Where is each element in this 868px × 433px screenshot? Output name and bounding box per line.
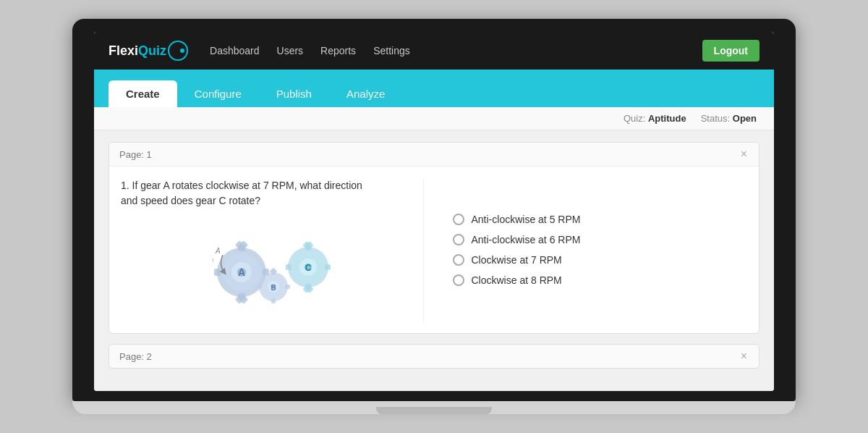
- question-area: 1. If gear A rotates clockwise at 7 RPM,…: [109, 167, 759, 333]
- tab-analyze[interactable]: Analyze: [329, 80, 402, 107]
- svg-rect-31: [286, 264, 292, 270]
- option-3-text: Clockwise at 7 RPM: [472, 254, 562, 266]
- navbar: FlexiQuiz Dashboard Users Reports Settin…: [94, 32, 774, 70]
- page-1-card: Page: 1 × 1. If gear A rotates clockwise…: [109, 142, 760, 334]
- option-4-radio[interactable]: [453, 274, 464, 286]
- option-2-radio[interactable]: [453, 234, 464, 245]
- svg-text:↑: ↑: [211, 257, 214, 264]
- status-bar: Quiz: Aptitude Status: Open: [94, 107, 774, 130]
- svg-text:A: A: [238, 266, 245, 278]
- page-2-close-button[interactable]: ×: [739, 350, 749, 362]
- laptop-screen: FlexiQuiz Dashboard Users Reports Settin…: [94, 32, 774, 391]
- laptop-bezel: FlexiQuiz Dashboard Users Reports Settin…: [72, 19, 796, 401]
- option-2[interactable]: Anti-clockwise at 6 RPM: [453, 234, 748, 245]
- option-4[interactable]: Clockwise at 8 RPM: [453, 274, 748, 286]
- tab-bar: Create Configure Publish Analyze: [94, 70, 774, 107]
- quiz-label-text: Quiz:: [624, 113, 645, 124]
- tab-create[interactable]: Create: [109, 80, 177, 107]
- logout-button[interactable]: Logout: [702, 40, 760, 62]
- svg-rect-18: [271, 298, 276, 303]
- logo-flexi: Flexi: [109, 43, 138, 59]
- question-image: A ↑: [121, 220, 416, 321]
- option-1-radio[interactable]: [453, 214, 464, 225]
- nav-dashboard[interactable]: Dashboard: [210, 45, 260, 56]
- page-2-card: Page: 2 ×: [109, 344, 760, 369]
- svg-text:B: B: [271, 284, 276, 292]
- page-1-header: Page: 1 ×: [109, 143, 759, 167]
- status-value: Open: [733, 113, 757, 124]
- svg-text:A: A: [215, 247, 221, 255]
- nav-reports[interactable]: Reports: [320, 45, 356, 56]
- nav-links: Dashboard Users Reports Settings: [210, 45, 702, 56]
- tab-configure[interactable]: Configure: [177, 80, 259, 107]
- option-3-radio[interactable]: [453, 254, 464, 266]
- nav-settings[interactable]: Settings: [373, 45, 410, 56]
- nav-users[interactable]: Users: [277, 45, 304, 56]
- svg-rect-7: [214, 269, 221, 276]
- logo-icon: [168, 41, 188, 61]
- logo-quiz: Quiz: [138, 43, 166, 59]
- question-text: 1. If gear A rotates clockwise at 7 RPM,…: [121, 178, 416, 209]
- page-2-label: Page: 2: [119, 351, 152, 362]
- page-1-label: Page: 1: [119, 149, 152, 160]
- svg-rect-19: [285, 285, 290, 289]
- svg-text:C: C: [305, 263, 311, 273]
- status-label-text: Status:: [701, 113, 730, 124]
- page-2-header: Page: 2 ×: [109, 345, 759, 368]
- gear-a: A: [214, 240, 269, 304]
- logo: FlexiQuiz: [109, 41, 188, 61]
- status-label-group: Status: Open: [701, 113, 757, 124]
- option-4-text: Clockwise at 8 RPM: [472, 274, 562, 286]
- answer-options: Anti-clockwise at 5 RPM Anti-clockwise a…: [438, 178, 748, 321]
- gears-svg: A ↑: [192, 227, 344, 314]
- option-2-text: Anti-clockwise at 6 RPM: [472, 234, 581, 245]
- page-1-close-button[interactable]: ×: [739, 148, 749, 160]
- quiz-label: Quiz: Aptitude: [624, 113, 686, 124]
- option-1[interactable]: Anti-clockwise at 5 RPM: [453, 214, 748, 225]
- question-left: 1. If gear A rotates clockwise at 7 RPM,…: [121, 178, 424, 321]
- main-content: Page: 1 × 1. If gear A rotates clockwise…: [94, 130, 774, 391]
- svg-rect-30: [325, 264, 331, 270]
- option-3[interactable]: Clockwise at 7 RPM: [453, 254, 748, 266]
- svg-rect-20: [257, 285, 262, 289]
- laptop-base: [72, 401, 796, 414]
- quiz-value: Aptitude: [648, 113, 686, 124]
- gear-c: C: [286, 241, 331, 293]
- option-1-text: Anti-clockwise at 5 RPM: [472, 214, 581, 225]
- laptop-wrapper: FlexiQuiz Dashboard Users Reports Settin…: [72, 19, 796, 414]
- tab-publish[interactable]: Publish: [259, 80, 329, 107]
